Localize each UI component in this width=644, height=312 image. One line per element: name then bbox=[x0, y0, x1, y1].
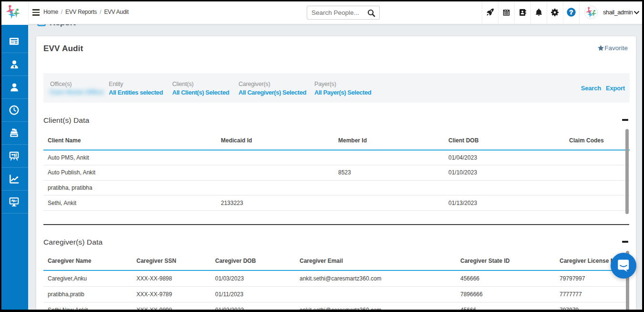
svg-text:?: ? bbox=[569, 9, 573, 16]
